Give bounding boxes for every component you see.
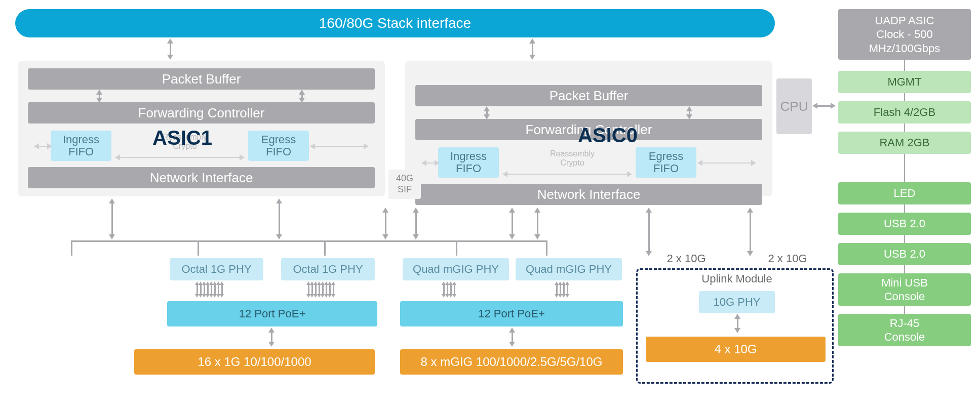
stack-interface-bar: 160/80G Stack interface [15,9,775,37]
side-led: LED [838,182,971,204]
uplink-ports: 4 x 10G [646,337,826,362]
vline [904,93,905,101]
ports-1g: 16 x 1G 10/100/1000 [134,349,375,375]
vline [904,306,905,314]
side-usb-1: USB 2.0 [838,213,971,235]
arrow-icon [512,212,513,235]
arrow-icon [38,146,48,147]
asic0-title: ASIC0 [557,124,658,147]
arrow-icon [279,202,280,235]
side-clock: UADP ASIC Clock - 500 MHz/100Gbps [838,9,971,60]
vline [456,240,457,256]
arrow-icon [537,212,538,235]
uplink-link-2-label: 2 x 10G [760,252,815,265]
side-mini-usb-console: Mini USB Console [838,273,971,306]
mini-arrows-icon [443,284,455,295]
arrow-icon [750,212,751,252]
arrow-icon [506,174,628,175]
asic0-ingress-fifo: Ingress FIFO [438,147,499,178]
poe-block-2: 12 Port PoE+ [400,301,623,326]
mini-arrows-icon [308,284,334,295]
phy-quad-2: Quad mGIG PHY [516,258,622,280]
asic0-reassembly-label: Reassembly Crypto [542,149,603,168]
vline [904,235,905,243]
ports-mgig: 8 x mGIG 100/1000/2.5G/5G/10G [400,349,623,375]
side-usb-2: USB 2.0 [838,243,971,265]
arrow-icon [512,332,513,343]
side-rj45-console: RJ-45 Console [838,314,971,346]
asic1-egress-fifo: Egress FIFO [248,131,309,161]
uplink-module-box [636,268,834,384]
asic0-packet-buffer: Packet Buffer [415,85,762,106]
uplink-phy: 10G PHY [699,291,775,313]
side-mgmt: MGMT [838,71,971,93]
mini-arrows-icon [197,284,223,295]
diagram-root: 160/80G Stack interface Packet Buffer Fo… [0,0,980,409]
arrow-icon [816,105,832,107]
vline [71,240,72,256]
uplink-title: Uplink Module [691,272,782,285]
vline [904,265,905,273]
side-ram: RAM 2GB [838,132,971,154]
arrow-icon [689,110,690,115]
phy-quad-1: Quad mGIG PHY [403,258,509,280]
arrow-icon [314,146,365,147]
asic1-network-interface: Network Interface [28,167,375,188]
vline [904,204,905,213]
vline [324,240,326,256]
poe-block-1: 12 Port PoE+ [167,301,377,326]
arrow-icon [425,162,436,163]
cpu-block: CPU [776,78,812,134]
vline [546,240,547,256]
asic1-forwarding-controller: Forwarding Controller [28,102,375,124]
hline [71,240,547,242]
arrow-icon [648,212,650,252]
arrow-icon [385,212,386,235]
phy-octal-1: Octal 1G PHY [170,258,263,280]
phy-octal-2: Octal 1G PHY [281,258,375,280]
vline [904,154,905,182]
arrow-icon [301,94,303,99]
vline [198,240,199,256]
arrow-icon [111,202,113,235]
vline [904,124,905,132]
mini-arrows-icon [556,284,568,295]
arrow-icon [486,110,488,115]
arrow-icon [415,212,417,235]
arrow-icon [271,332,272,343]
arrow-icon [99,94,100,99]
asic0-network-interface: Network Interface [415,184,762,205]
arrow-icon [532,43,533,56]
arrow-icon [701,162,752,163]
vline [904,60,905,71]
asic1-packet-buffer: Packet Buffer [28,68,375,90]
arrow-icon [737,318,738,329]
asic1-ingress-fifo: Ingress FIFO [51,131,111,161]
arrow-icon [119,157,241,158]
side-flash: Flash 4/2GB [838,101,971,124]
sif-block: 40G SIF [388,170,421,199]
uplink-link-1-label: 2 x 10G [658,252,714,265]
asic0-egress-fifo: Egress FIFO [636,147,696,178]
asic1-title: ASIC1 [132,127,233,149]
arrow-icon [170,43,171,56]
